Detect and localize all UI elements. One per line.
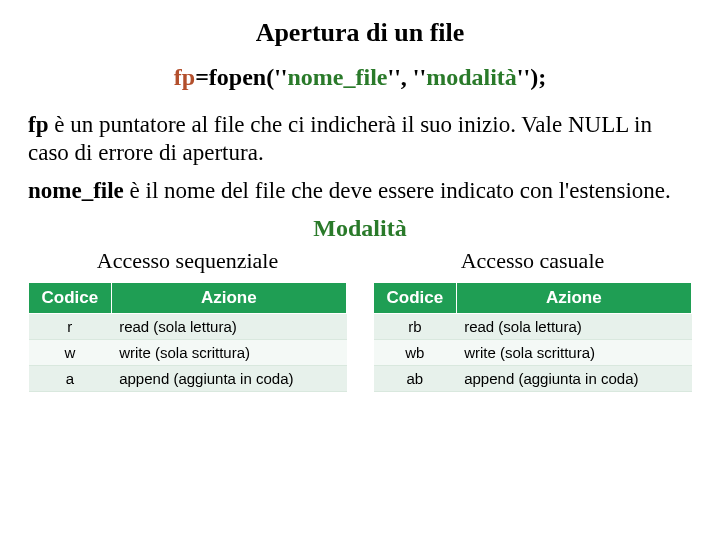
syntax-q1: '' bbox=[274, 64, 287, 90]
syntax-line: fp=fopen(''nome_file'', ''modalità''); bbox=[28, 64, 692, 91]
table-row: r read (sola lettura) bbox=[29, 314, 347, 340]
cell-code: r bbox=[29, 314, 112, 340]
syntax-nome: nome_file bbox=[288, 64, 388, 90]
syntax-q3: '' bbox=[413, 64, 426, 90]
th-codice-left: Codice bbox=[29, 283, 112, 314]
cell-action: read (sola lettura) bbox=[456, 314, 691, 340]
cell-code: ab bbox=[374, 366, 457, 392]
table-sequential: Accesso sequenziale Codice Azione r read… bbox=[28, 248, 347, 392]
table-right: Codice Azione rb read (sola lettura) wb … bbox=[373, 282, 692, 392]
table-row: wb write (sola scrittura) bbox=[374, 340, 692, 366]
table-left: Codice Azione r read (sola lettura) w wr… bbox=[28, 282, 347, 392]
table-casual: Accesso casuale Codice Azione rb read (s… bbox=[373, 248, 692, 392]
cell-action: write (sola scrittura) bbox=[456, 340, 691, 366]
cell-action: read (sola lettura) bbox=[111, 314, 346, 340]
table-row: a append (aggiunta in coda) bbox=[29, 366, 347, 392]
syntax-sep: , bbox=[401, 64, 413, 90]
tables-container: Accesso sequenziale Codice Azione r read… bbox=[28, 248, 692, 392]
para2-rest: è il nome del file che deve essere indic… bbox=[124, 178, 671, 203]
syntax-eq: =fopen( bbox=[195, 64, 274, 90]
kw-nomefile: nome_file bbox=[28, 178, 124, 203]
cell-code: wb bbox=[374, 340, 457, 366]
para1-rest: è un puntatore al file che ci indicherà … bbox=[28, 112, 652, 165]
th-azione-right: Azione bbox=[456, 283, 691, 314]
paragraph-nomefile: nome_file è il nome del file che deve es… bbox=[28, 177, 692, 205]
caption-sequential: Accesso sequenziale bbox=[28, 248, 347, 274]
th-codice-right: Codice bbox=[374, 283, 457, 314]
cell-action: write (sola scrittura) bbox=[111, 340, 346, 366]
table-row: w write (sola scrittura) bbox=[29, 340, 347, 366]
syntax-modalita: modalità bbox=[426, 64, 517, 90]
cell-action: append (aggiunta in coda) bbox=[456, 366, 691, 392]
caption-casual: Accesso casuale bbox=[373, 248, 692, 274]
cell-code: rb bbox=[374, 314, 457, 340]
syntax-end: ); bbox=[530, 64, 546, 90]
paragraph-fp: fp è un puntatore al file che ci indiche… bbox=[28, 111, 692, 167]
page-title: Apertura di un file bbox=[28, 18, 692, 48]
table-row: ab append (aggiunta in coda) bbox=[374, 366, 692, 392]
syntax-fp: fp bbox=[174, 64, 195, 90]
modalita-heading: Modalità bbox=[28, 215, 692, 242]
syntax-q4: '' bbox=[517, 64, 530, 90]
th-azione-left: Azione bbox=[111, 283, 346, 314]
cell-code: w bbox=[29, 340, 112, 366]
cell-code: a bbox=[29, 366, 112, 392]
kw-fp: fp bbox=[28, 112, 48, 137]
table-row: rb read (sola lettura) bbox=[374, 314, 692, 340]
cell-action: append (aggiunta in coda) bbox=[111, 366, 346, 392]
syntax-q2: '' bbox=[388, 64, 401, 90]
